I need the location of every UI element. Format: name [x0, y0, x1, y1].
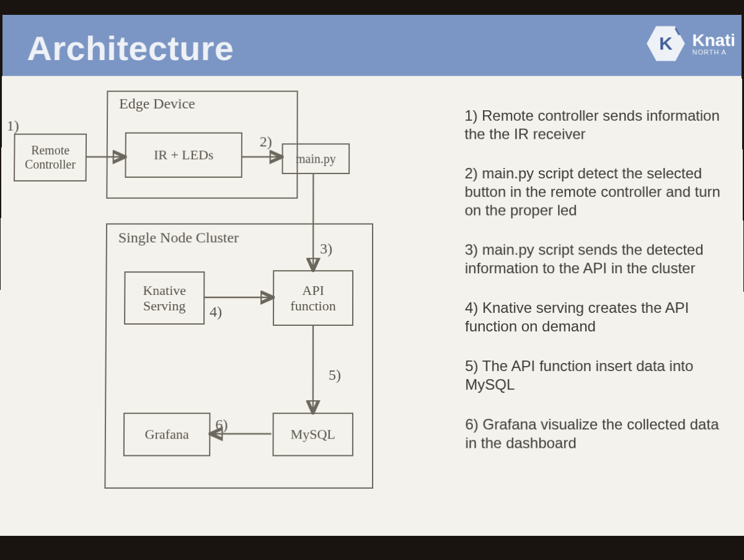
label-edge-device: Edge Device	[119, 95, 195, 112]
node-main-py: main.py	[282, 143, 350, 174]
node-mysql: MySQL	[273, 413, 353, 456]
label-cluster: Single Node Cluster	[118, 229, 239, 246]
node-ir-leds: IR + LEDs	[125, 133, 242, 178]
node-api-function: API function	[273, 270, 353, 326]
node-knative-serving: Knative Serving	[124, 271, 205, 325]
logo-superscript-icon: n	[675, 22, 688, 36]
note-2: 2) main.py script detect the selected bu…	[464, 164, 730, 219]
logo-subtitle: NORTH A	[693, 49, 736, 56]
brand-logo: K n Knati NORTH A	[647, 25, 736, 63]
node-grafana: Grafana	[123, 413, 211, 456]
logo-hexagon-icon: K n	[647, 25, 685, 63]
slide: Architecture K n Knati NORTH A 1) 2) 3) …	[0, 15, 744, 536]
logo-letter: K	[659, 33, 673, 55]
logo-name: Knati	[692, 31, 735, 49]
step-notes: 1) Remote controller sends information t…	[464, 107, 732, 452]
logo-sup-letter: n	[680, 25, 684, 33]
note-1: 1) Remote controller sends information t…	[464, 107, 730, 143]
note-3: 3) main.py script sends the detected inf…	[465, 240, 732, 278]
slide-header: Architecture K n Knati NORTH A	[2, 15, 742, 76]
note-6: 6) Grafana visualize the collected data …	[465, 415, 732, 452]
slide-title: Architecture	[27, 28, 234, 68]
step-number-1: 1)	[7, 118, 19, 134]
architecture-diagram: 1) 2) 3) 4) 5) 6) Remote Controller Edge…	[0, 76, 422, 534]
note-5: 5) The API function insert data into MyS…	[465, 357, 732, 394]
note-4: 4) Knative serving creates the API funct…	[465, 299, 732, 336]
node-remote-controller: Remote Controller	[14, 134, 87, 182]
logo-text: Knati NORTH A	[692, 31, 735, 56]
